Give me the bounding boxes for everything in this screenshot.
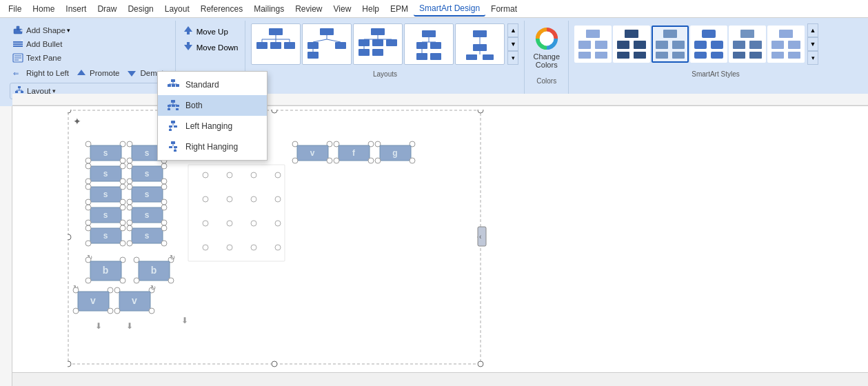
move-down-button[interactable]: Move Down	[180, 39, 241, 55]
layouts-scroll-more[interactable]: ▾	[507, 51, 518, 65]
svg-rect-5	[13, 43, 23, 45]
move-down-icon	[183, 41, 194, 54]
svg-rect-65	[466, 54, 477, 60]
node-v3[interactable]: v ↻	[114, 284, 156, 314]
menu-epm[interactable]: EPM	[385, 2, 414, 16]
styles-scroll-more[interactable]: ▾	[807, 51, 818, 65]
promote-button[interactable]: Promote	[73, 66, 122, 80]
svg-point-271	[275, 245, 281, 250]
horizontal-ruler	[12, 94, 868, 106]
smartart-style-4[interactable]	[690, 26, 727, 63]
status-bar	[0, 372, 868, 386]
node-s6[interactable]: s	[127, 184, 167, 205]
add-bullet-button[interactable]: + Add Bullet	[10, 37, 171, 51]
node-b1[interactable]: ↻ b	[85, 254, 125, 283]
dropdown-item-both[interactable]: Both	[158, 95, 267, 116]
canvas[interactable]: ✦ a ↻ ↻ s	[12, 106, 868, 372]
left-hanging-layout-icon	[166, 119, 180, 133]
menu-mailings[interactable]: Mailings	[248, 2, 290, 16]
menu-review[interactable]: Review	[290, 2, 327, 16]
menu-view[interactable]: View	[328, 2, 357, 16]
node-b2[interactable]: b ↻	[134, 254, 175, 283]
add-shape-button[interactable]: + Add Shape ▾	[10, 23, 171, 37]
node-s9[interactable]: s	[85, 225, 125, 246]
node-s10[interactable]: s	[127, 225, 167, 246]
smartart-diagram[interactable]: ✦ a ↻ ↻ s	[68, 110, 536, 372]
right-to-left-button[interactable]: ⇐ Right to Left	[10, 66, 72, 80]
layout-thumb-5[interactable]	[455, 23, 505, 65]
smartart-style-6[interactable]	[767, 26, 805, 63]
svg-rect-36	[320, 28, 334, 35]
layouts-scroll-up[interactable]: ▲	[507, 23, 518, 37]
node-s3[interactable]: s	[85, 163, 125, 184]
node-s8[interactable]: s	[127, 205, 167, 225]
menu-smartart-design[interactable]: SmartArt Design	[414, 1, 485, 17]
svg-rect-120	[171, 141, 175, 144]
svg-point-165	[292, 158, 298, 163]
svg-rect-88	[711, 52, 723, 59]
menu-design[interactable]: Design	[122, 2, 159, 16]
node-v[interactable]: v	[292, 141, 332, 163]
node-s5[interactable]: s	[85, 184, 125, 205]
svg-rect-6	[13, 45, 23, 47]
smartart-style-1[interactable]	[574, 26, 612, 63]
change-colors-button[interactable]: ChangeColors	[530, 23, 563, 72]
svg-rect-81	[672, 41, 685, 49]
menu-draw[interactable]: Draw	[92, 2, 122, 16]
svg-point-217	[85, 225, 91, 231]
text-pane-button[interactable]: Text Pane	[10, 51, 171, 65]
svg-point-205	[85, 205, 91, 210]
svg-text:⬇: ⬇	[95, 321, 102, 331]
node-s7[interactable]: s	[85, 205, 125, 225]
svg-rect-87	[694, 52, 707, 59]
svg-point-202	[161, 199, 167, 205]
svg-text:⇐: ⇐	[13, 70, 19, 77]
menu-insert[interactable]: Insert	[60, 2, 92, 16]
layout-dropdown-menu: Standard Both Left Hanging Right Hanging	[157, 71, 268, 161]
svg-rect-89	[740, 30, 754, 38]
styles-scroll-up[interactable]: ▲	[807, 23, 818, 37]
menu-file[interactable]: File	[3, 2, 27, 16]
node-v2[interactable]: ↻ v	[73, 284, 113, 314]
smartart-style-5[interactable]	[729, 26, 766, 63]
dropdown-item-right-hanging[interactable]: Right Hanging	[158, 136, 267, 157]
dropdown-right-hanging-label: Right Hanging	[185, 142, 238, 152]
svg-text:⬇: ⬇	[181, 316, 188, 325]
menu-layout[interactable]: Layout	[159, 2, 195, 16]
demote-icon	[126, 68, 137, 79]
layout-thumb-2[interactable]	[302, 23, 352, 65]
svg-point-183	[85, 179, 91, 184]
svg-rect-70	[578, 41, 591, 49]
svg-rect-63	[473, 44, 487, 51]
menu-help[interactable]: Help	[356, 2, 385, 16]
svg-rect-94	[779, 30, 793, 38]
dropdown-item-standard[interactable]: Standard	[158, 74, 267, 95]
svg-text:s: s	[103, 231, 108, 241]
svg-rect-35	[284, 42, 295, 49]
styles-scroll-down[interactable]: ▼	[807, 37, 818, 51]
dropdown-item-left-hanging[interactable]: Left Hanging	[158, 116, 267, 136]
svg-rect-79	[663, 30, 677, 38]
node-f[interactable]: f	[334, 141, 374, 163]
node-s4[interactable]: s	[127, 163, 167, 184]
svg-rect-113	[176, 108, 179, 110]
menu-home[interactable]: Home	[27, 2, 60, 16]
layouts-group-label: Layouts	[251, 68, 518, 78]
smartart-style-2[interactable]	[613, 26, 650, 63]
svg-point-232	[85, 278, 91, 283]
layout-thumb-4[interactable]	[404, 23, 454, 65]
node-g[interactable]: g	[375, 141, 415, 163]
change-colors-label: ChangeColors	[533, 52, 560, 69]
node-s1[interactable]: s	[85, 141, 125, 163]
menu-references[interactable]: References	[195, 2, 248, 16]
add-bullet-icon: +	[12, 39, 23, 50]
svg-point-213	[127, 220, 132, 225]
layout-thumb-3[interactable]	[353, 23, 403, 65]
layout-thumb-1[interactable]	[251, 23, 301, 65]
svg-point-184	[120, 179, 125, 184]
move-up-button[interactable]: Move Up	[180, 23, 241, 39]
menu-format[interactable]: Format	[485, 2, 523, 16]
svg-point-154	[120, 158, 125, 163]
layouts-scroll-down[interactable]: ▼	[507, 37, 518, 51]
smartart-style-3[interactable]	[652, 26, 689, 63]
